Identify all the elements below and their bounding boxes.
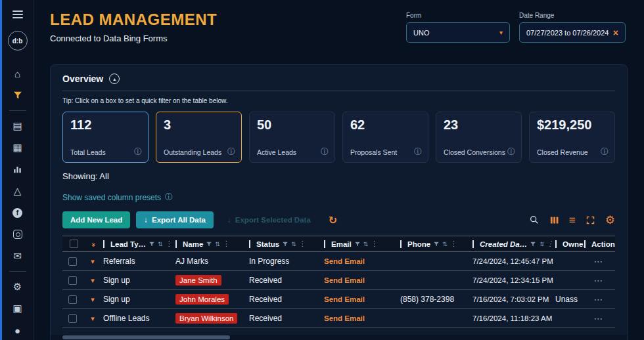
- column-separator: [249, 240, 250, 248]
- stat-card-closed-conversions[interactable]: 23 Closed Conversions ⓘ: [436, 112, 522, 163]
- sort-icon[interactable]: ⇅: [158, 241, 163, 247]
- column-menu-icon[interactable]: ⋮: [223, 240, 230, 248]
- clear-date-icon[interactable]: ×: [613, 28, 618, 38]
- row-checkbox[interactable]: [68, 276, 77, 285]
- info-icon[interactable]: ⓘ: [165, 192, 173, 203]
- stat-card-proposals-sent[interactable]: 62 Proposals Sent ⓘ: [342, 112, 428, 163]
- row-actions-icon[interactable]: ⋯: [594, 256, 603, 266]
- stat-label: Closed Conversions: [444, 148, 505, 156]
- filter-funnel-icon[interactable]: [206, 241, 212, 247]
- header-status[interactable]: Status ⇅ ⋮: [249, 236, 324, 251]
- sidebar-item-documents[interactable]: ▤: [9, 118, 26, 134]
- refresh-icon[interactable]: ↻: [329, 214, 337, 226]
- column-menu-icon[interactable]: ⋮: [371, 240, 378, 248]
- table-row: ▾ Sign up John Morales Received Send Ema…: [62, 290, 615, 309]
- app-logo[interactable]: d:b: [8, 31, 28, 51]
- form-select[interactable]: UNO ▾: [406, 22, 510, 43]
- stat-card-outstanding-leads[interactable]: 3 Outstanding Leads ⓘ: [156, 112, 242, 163]
- header-lead-type[interactable]: Lead Ty… ⇅ ⋮: [103, 236, 175, 251]
- sidebar-item-analytics[interactable]: [9, 161, 26, 177]
- info-icon[interactable]: ⓘ: [134, 146, 142, 158]
- column-menu-icon[interactable]: ⋮: [450, 240, 457, 248]
- list-view-icon[interactable]: ≡: [569, 215, 576, 226]
- sidebar-item-cards[interactable]: ▣: [9, 301, 26, 316]
- filter-funnel-icon[interactable]: [354, 241, 361, 247]
- stat-card-active-leads[interactable]: 50 Active Leads ⓘ: [249, 112, 335, 163]
- info-icon[interactable]: ⓘ: [601, 146, 609, 158]
- sidebar-item-home[interactable]: ⌂: [9, 66, 26, 81]
- info-icon[interactable]: ⓘ: [227, 146, 235, 158]
- row-expand-cell: ▾: [85, 314, 103, 323]
- sidebar-item-email[interactable]: ✉: [9, 248, 26, 264]
- add-new-lead-button[interactable]: Add New Lead: [62, 211, 130, 228]
- sort-icon[interactable]: ⇅: [291, 241, 296, 247]
- export-all-data-button[interactable]: ↓ Export All Data: [136, 211, 214, 228]
- row-actions-icon[interactable]: ⋯: [594, 313, 603, 324]
- sort-icon[interactable]: ⇅: [442, 241, 448, 247]
- row-actions-icon[interactable]: ⋯: [594, 275, 603, 286]
- row-checkbox[interactable]: [68, 314, 77, 323]
- send-email-link[interactable]: Send Email: [324, 295, 365, 303]
- header-created-date[interactable]: Created Da… ⇅ ⋮: [472, 236, 555, 251]
- sort-icon[interactable]: ⇅: [363, 241, 369, 247]
- sidebar-item-settings[interactable]: ⚙: [9, 279, 26, 295]
- sidebar-item-leads[interactable]: [9, 87, 26, 103]
- send-email-link[interactable]: Send Email: [324, 314, 365, 322]
- filter-funnel-icon[interactable]: [149, 241, 155, 247]
- column-menu-icon[interactable]: ⋮: [166, 240, 173, 248]
- column-menu-icon[interactable]: ⋮: [547, 240, 554, 248]
- filter-funnel-icon[interactable]: [282, 241, 288, 247]
- sort-icon[interactable]: ⇅: [539, 241, 544, 247]
- columns-view-icon[interactable]: [549, 215, 559, 225]
- row-expand-icon[interactable]: ▾: [91, 295, 95, 304]
- row-expand-icon[interactable]: ▾: [91, 257, 95, 266]
- stat-card-total-leads[interactable]: 112 Total Leads ⓘ: [62, 112, 149, 163]
- column-menu-icon[interactable]: ⋮: [299, 240, 306, 248]
- info-icon[interactable]: ⓘ: [414, 146, 422, 158]
- select-all-checkbox[interactable]: [70, 240, 78, 248]
- menu-toggle-button[interactable]: [9, 7, 26, 22]
- sidebar-item-instagram[interactable]: [9, 226, 26, 242]
- sidebar-item-github[interactable]: ●: [9, 322, 26, 338]
- actions-cell: ⋯: [584, 275, 615, 286]
- header-name[interactable]: Name ⇅ ⋮: [175, 236, 249, 251]
- lead-name-flagged: Jane Smith: [175, 275, 221, 286]
- send-email-link[interactable]: Send Email: [324, 257, 365, 265]
- select-all-checkbox-cell: [62, 236, 85, 251]
- table-settings-gear-icon[interactable]: ⚙: [605, 215, 615, 226]
- horizontal-scrollbar[interactable]: [51, 335, 627, 340]
- sidebar-item-alerts[interactable]: △: [9, 183, 26, 199]
- stat-card-closed-revenue[interactable]: $219,250 Closed Revenue ⓘ: [529, 112, 615, 163]
- fullscreen-icon[interactable]: [586, 215, 595, 225]
- home-icon: ⌂: [14, 68, 20, 79]
- row-checkbox[interactable]: [68, 295, 77, 304]
- collapse-panel-button[interactable]: ▴: [109, 74, 120, 84]
- info-icon[interactable]: ⓘ: [321, 146, 329, 158]
- chevron-down-icon: ▾: [499, 29, 503, 36]
- send-email-link[interactable]: Send Email: [324, 276, 365, 284]
- filter-funnel-icon[interactable]: [433, 241, 440, 247]
- row-checkbox[interactable]: [68, 257, 77, 266]
- scrollbar-thumb[interactable]: [62, 335, 230, 339]
- expand-all-icon[interactable]: »: [90, 242, 98, 245]
- row-expand-icon[interactable]: ▾: [91, 276, 95, 285]
- status-cell: Received: [249, 295, 324, 304]
- saved-presets-link[interactable]: Show saved column presets ⓘ: [62, 192, 615, 203]
- sort-icon[interactable]: ⇅: [215, 241, 220, 247]
- row-expand-icon[interactable]: ▾: [91, 314, 95, 323]
- sidebar-item-facebook[interactable]: f: [9, 205, 26, 221]
- date-range-input[interactable]: 07/27/2023 to 07/26/2024 ×: [519, 22, 626, 43]
- forms-icon: ▦: [12, 142, 22, 154]
- stat-label: Proposals Sent: [350, 148, 397, 156]
- mail-icon: ✉: [13, 250, 22, 262]
- sidebar-item-forms[interactable]: ▦: [9, 140, 26, 156]
- row-actions-icon[interactable]: ⋯: [594, 294, 603, 305]
- header-phone[interactable]: Phone ⇅ ⋮: [400, 236, 472, 251]
- export-all-label: Export All Data: [152, 216, 206, 224]
- table-row: ▾ Offline Leads Bryan Wilkinson Received…: [62, 309, 615, 328]
- search-icon[interactable]: [529, 215, 540, 225]
- info-icon[interactable]: ⓘ: [507, 146, 515, 158]
- header-email[interactable]: Email ⇅ ⋮: [324, 236, 400, 251]
- header-owner[interactable]: Owne…: [555, 236, 584, 251]
- filter-funnel-icon[interactable]: [530, 241, 536, 247]
